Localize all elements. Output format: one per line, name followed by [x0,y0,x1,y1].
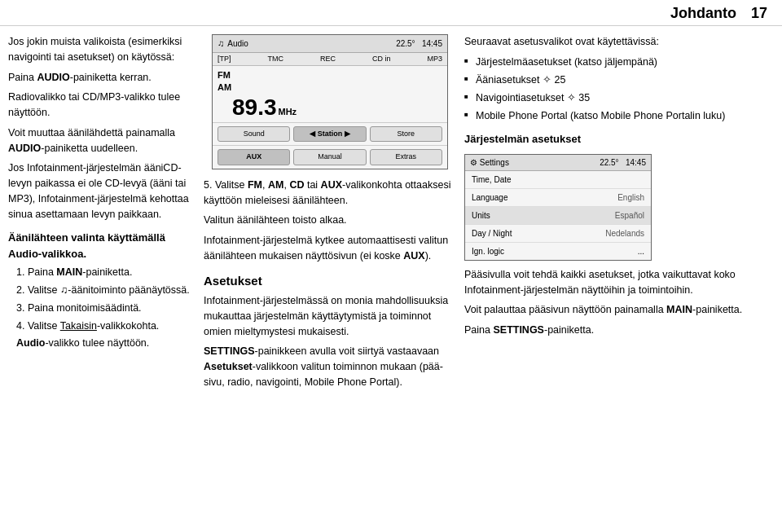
status-tp: [TP] [217,54,231,65]
tuner-area: FM AM 89.3 MHz [213,66,447,122]
settings-row-ign-logic[interactable]: Ign. logic ... [465,243,651,260]
screen-btn-aux[interactable]: AUX [217,149,290,165]
settings-screen: ⚙ Settings 22.5° 14:45 Time, Date Langua… [464,154,652,261]
audio-temp: 22.5° [396,39,415,48]
status-mp3: MP3 [427,54,442,65]
band-am: AM [217,81,442,94]
audio-status-bar: [TP] TMC REC CD in MP3 [213,53,447,67]
screen-btn-manual[interactable]: Manual [293,149,366,165]
settings-icon: ⚙ [470,158,477,167]
left-para-5: Jos Infotainment-järjestelmän ääni­CD-le… [8,160,196,222]
screen-btn-store[interactable]: Store [370,126,442,143]
page-header: Johdanto 17 [0,0,782,26]
settings-title-area: ⚙ Settings [470,156,509,169]
jarjestelman-asetukset-heading: Järjestelmän asetukset [464,131,774,147]
audio-screen-header: ♫ Audio 22.5° 14:45 [213,35,447,53]
right-para-3: Voit palauttaa pääsivun näyttöön pai­nam… [464,302,774,318]
bullet-item-2: Ääniasetukset ✧ 25 [464,73,774,87]
main-content: Jos jokin muista valikoista (esimer­kiks… [0,26,782,531]
settings-temp: 22.5° [600,158,618,167]
screen-button-row-2: AUX Manual Extras [213,145,447,169]
audio-title: Audio [227,37,248,50]
middle-column: ♫ Audio 22.5° 14:45 [TP] TMC REC CD in M… [204,34,456,525]
step-2: 2. Valitse ♫-äänitoiminto päänäy­tössä. [16,283,196,298]
status-cdin: CD in [372,54,391,65]
step-1: 1. Paina MAIN-painiketta. [16,265,196,280]
status-tmc: TMC [268,54,284,65]
steps-list: 1. Paina MAIN-painiketta. 2. Valitse ♫-ä… [16,265,196,351]
page-number: 17 [751,5,767,22]
screen-btn-extras[interactable]: Extras [370,149,442,165]
bullet-item-3: Navigointiasetukset ✧ 35 [464,90,774,105]
right-column: Seuraavat asetusvalikot ovat käytet­tävi… [464,34,774,525]
freq-display: 89.3 MHz [232,96,442,119]
left-column: Jos jokin muista valikoista (esimer­kiks… [8,34,196,525]
mid-para-2: Infotainment-järjestelmä kytkee auto­maa… [204,233,456,264]
music-icon: ♫ [217,37,224,51]
bullet-list: Järjestelmäasetukset (katso jäl­jempänä)… [464,55,774,124]
settings-label-day-night: Day / Night [472,227,512,240]
left-para-1: Jos jokin muista valikoista (esimer­kiks… [8,34,196,65]
bullet-item-1: Järjestelmäasetukset (katso jäl­jempänä) [464,55,774,69]
settings-label-units: Units [472,209,490,222]
freq-number: 89.3 [232,96,277,119]
mid-para-1: Valitun äänilähteen toisto alkaa. [204,213,456,228]
left-para-2: Paina AUDIO-painiketta kerran. [8,70,196,86]
settings-row-language[interactable]: Language English [465,189,651,207]
settings-title: Settings [480,158,509,167]
settings-value-ign-logic: ... [638,245,644,257]
right-para-2: Pääsivulla voit tehdä kaikki asetuk­set,… [464,267,774,298]
freq-unit: MHz [279,105,297,119]
audio-time: 14:45 [422,39,442,48]
asetukset-heading: Asetukset [204,272,456,291]
mid-para-4: SETTINGS-painikkeen avulla voit siirtyä … [204,344,456,389]
audio-title-area: ♫ Audio [217,37,248,51]
settings-row-day-night[interactable]: Day / Night Nedelands [465,225,651,243]
right-para-1: Seuraavat asetusvalikot ovat käytet­tävi… [464,34,774,50]
chapter-title: Johdanto [670,5,736,22]
audio-temp-time: 22.5° 14:45 [396,37,442,50]
right-para-4: Paina SETTINGS-painiketta. [464,323,774,338]
step-3: 3. Paina monitoimisäädintä. [16,301,196,316]
settings-time: 14:45 [626,158,646,167]
settings-row-time-date[interactable]: Time, Date [465,171,651,189]
step-4: 4. Valitse Takaisin-valikkokohta. [16,319,196,334]
settings-value-units: Español [615,209,644,222]
screen-button-row-1: Sound ◀ Station ▶ Store [213,122,447,146]
audio-screen: ♫ Audio 22.5° 14:45 [TP] TMC REC CD in M… [212,34,448,169]
settings-row-units[interactable]: Units Español [465,207,651,225]
bullet-item-4: Mobile Phone Portal (katso Mobile Phone … [464,108,774,123]
left-para-3: Radiovalikko tai CD/MP3-valikko tu­lee n… [8,90,196,121]
audio-valikkoa-heading: Äänilähteen valinta käyttämällä Audio-va… [8,230,196,262]
status-rec: REC [320,54,336,65]
settings-label-language: Language [472,191,508,204]
settings-label-time-date: Time, Date [472,174,512,186]
step-5-label: Audio-valikko tulee näyttöön. [16,336,196,351]
mid-para-3: Infotainment-järjestelmässä on mo­nia ma… [204,293,456,339]
settings-temp-time: 22.5° 14:45 [600,156,646,169]
band-labels: FM AM [217,69,442,95]
mid-step-5: 5. Valitse FM, AM, CD tai AUX-vali­konko… [204,178,456,209]
screen-btn-sound[interactable]: Sound [217,126,290,143]
left-para-4: Voit muuttaa äänilähdettä painamalla AUD… [8,125,196,156]
settings-value-day-night: Nedelands [605,227,644,240]
screen-btn-station[interactable]: ◀ Station ▶ [293,126,366,143]
settings-screen-header: ⚙ Settings 22.5° 14:45 [465,155,651,171]
settings-label-ign-logic: Ign. logic [472,245,504,257]
settings-value-language: English [617,191,644,204]
band-fm: FM [217,69,442,81]
